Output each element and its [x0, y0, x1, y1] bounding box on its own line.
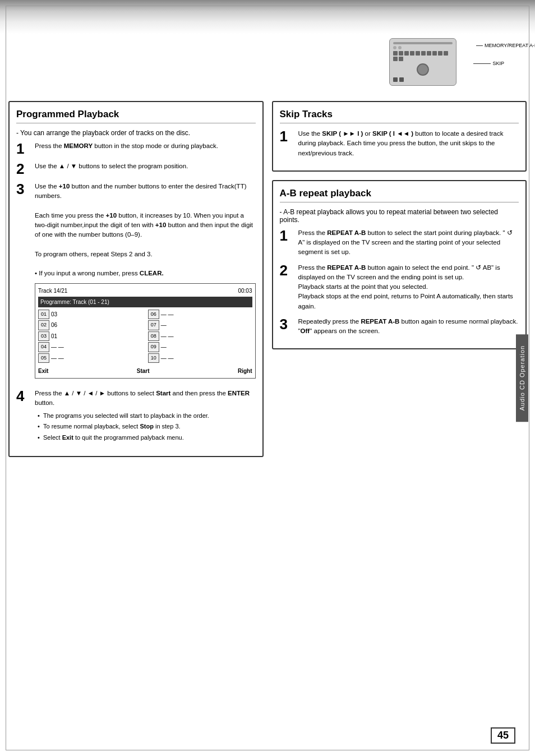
bullet-item: To resume normal playback, select Stop i… — [38, 422, 256, 431]
page-border — [6, 6, 529, 750]
device-illustration: MEMORY/REPEAT A-B SKIP — [389, 38, 479, 86]
page-number: 45 — [491, 727, 515, 744]
step-4-bullets: The programs you selected will start to … — [38, 411, 256, 442]
bullet-item: The programs you selected will start to … — [38, 411, 256, 421]
side-tab: Audio CD Operation — [516, 334, 528, 422]
bullet-item: Select Exit to quit the programmed palyb… — [38, 433, 256, 442]
skip-label: SKIP — [492, 61, 504, 66]
memory-repeat-label: MEMORY/REPEAT A-B — [485, 43, 535, 48]
